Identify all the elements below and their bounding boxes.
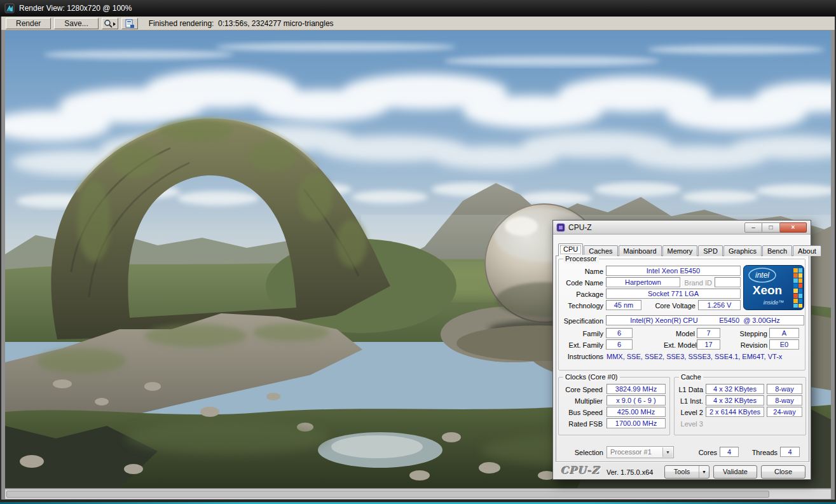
- cpuz-title: CPU-Z: [568, 223, 592, 232]
- bus-speed-label: Bus Speed: [557, 408, 603, 418]
- document-icon: [125, 19, 134, 28]
- badge-inside-text: inside™: [764, 299, 785, 306]
- level2-label: Level 2: [674, 408, 703, 418]
- toolbar: Render Save... Finished rendering: 0:13:…: [1, 17, 835, 31]
- threads-field: 4: [780, 447, 800, 457]
- tab-spd[interactable]: SPD: [698, 245, 723, 256]
- stepping-label: Stepping: [734, 329, 767, 339]
- selection-label: Selection: [558, 448, 603, 458]
- core-voltage-field: 1.256 V: [698, 300, 741, 310]
- family-field: 6: [606, 328, 633, 338]
- tools-button[interactable]: Tools ▼: [664, 465, 709, 479]
- instructions-label: Instructions: [558, 352, 603, 362]
- code-name-label: Code Name: [558, 278, 603, 288]
- specification-field: Intel(R) Xeon(R) CPU E5450 @ 3.00GHz: [606, 315, 804, 325]
- cpuz-window-controls: – □ ×: [744, 222, 807, 233]
- specification-label: Specification: [558, 317, 603, 326]
- technology-field: 45 nm: [606, 300, 641, 310]
- tab-about[interactable]: About: [793, 245, 821, 256]
- tab-cpu[interactable]: CPU: [558, 243, 583, 256]
- code-name-field: Harpertown: [606, 277, 680, 287]
- badge-intel-text: intel: [755, 271, 769, 280]
- cpuz-window: CPU-Z – □ × CPU Caches Mainboard Memory …: [552, 220, 811, 480]
- tab-graphics[interactable]: Graphics: [723, 245, 762, 256]
- family-label: Family: [558, 329, 603, 339]
- processor-select[interactable]: Processor #1 ▼: [606, 446, 674, 458]
- name-field: Intel Xeon E5450: [606, 266, 741, 276]
- instructions-value: MMX, SSE, SSE2, SSE3, SSSE3, SSE4.1, EM6…: [606, 352, 804, 362]
- cpuz-logo: CPU-Z: [561, 465, 600, 477]
- tab-mainboard[interactable]: Mainboard: [619, 245, 662, 256]
- brand-id-label: Brand ID: [679, 278, 712, 288]
- level3-label: Level 3: [674, 419, 703, 429]
- zoom-button[interactable]: [102, 18, 118, 29]
- rated-fsb-label: Rated FSB: [557, 419, 603, 429]
- revision-label: Revision: [735, 341, 767, 350]
- multiplier-label: Multiplier: [557, 397, 603, 406]
- l1-data-field: 4 x 32 KBytes: [706, 384, 764, 394]
- tools-dropdown-icon[interactable]: ▼: [699, 466, 709, 478]
- name-label: Name: [558, 267, 603, 276]
- footer-separator: [556, 461, 809, 463]
- l1-inst-label: L1 Inst.: [674, 397, 703, 406]
- technology-label: Technology: [558, 301, 603, 311]
- badge-mosaic: [793, 268, 802, 308]
- stepping-field: A: [769, 328, 799, 338]
- cpuz-maximize-button[interactable]: □: [762, 222, 780, 233]
- ext-family-label: Ext. Family: [558, 341, 603, 350]
- cpuz-minimize-button[interactable]: –: [744, 222, 762, 233]
- level2-field: 2 x 6144 KBytes: [706, 407, 764, 417]
- multiplier-field: x 9.0 ( 6 - 9 ): [606, 395, 666, 405]
- cores-field: 4: [720, 447, 739, 457]
- cores-label: Cores: [689, 448, 717, 458]
- core-speed-label: Core Speed: [557, 385, 603, 395]
- copy-image-button[interactable]: [121, 18, 138, 29]
- render-status: Finished rendering: 0:13:56s, 2324277 mi…: [149, 19, 334, 28]
- cache-group-label: Cache: [679, 373, 703, 381]
- render-button[interactable]: Render: [6, 18, 51, 29]
- tab-bench[interactable]: Bench: [762, 245, 792, 256]
- l1-data-label: L1 Data: [674, 385, 703, 395]
- cpuz-close-button[interactable]: ×: [780, 222, 807, 233]
- brand-id-field: [715, 277, 741, 287]
- validate-button[interactable]: Validate: [713, 465, 757, 479]
- horizontal-scrollbar[interactable]: [5, 489, 831, 499]
- badge-xeon-text: Xeon: [753, 283, 782, 297]
- l1-inst-field: 4 x 32 KBytes: [706, 395, 764, 405]
- ext-model-field: 17: [697, 339, 720, 350]
- bus-speed-field: 425.00 MHz: [606, 407, 666, 417]
- tools-button-label: Tools: [665, 466, 699, 478]
- tab-memory[interactable]: Memory: [662, 245, 698, 256]
- version-text: Ver. 1.75.0.x64: [606, 468, 653, 476]
- core-voltage-label: Core Voltage: [641, 301, 696, 311]
- core-speed-field: 3824.99 MHz: [606, 384, 666, 394]
- save-button[interactable]: Save...: [54, 18, 98, 29]
- intel-xeon-badge: intel Xeon inside™: [743, 265, 804, 310]
- magnifier-icon: [104, 19, 116, 28]
- ext-model-label: Ext. Model: [664, 341, 695, 350]
- model-label: Model: [666, 329, 695, 339]
- clocks-group-label: Clocks (Core #0): [563, 373, 620, 381]
- revision-field: E0: [769, 339, 799, 350]
- l1-inst-way-field: 8-way: [767, 395, 802, 405]
- processor-group-label: Processor: [563, 255, 599, 263]
- close-cpuz-button[interactable]: Close: [761, 465, 805, 479]
- threads-label: Threads: [745, 448, 778, 458]
- window-title: Render View: 1280x720 @ 100%: [19, 4, 132, 13]
- scrollbar-thumb[interactable]: [6, 491, 769, 498]
- l1-data-way-field: 8-way: [767, 384, 802, 394]
- package-label: Package: [558, 290, 603, 299]
- rated-fsb-field: 1700.00 MHz: [606, 418, 666, 428]
- ext-family-field: 6: [606, 339, 633, 350]
- chevron-down-icon[interactable]: ▼: [662, 447, 673, 457]
- app-icon: [4, 3, 15, 13]
- level2-way-field: 24-way: [767, 407, 802, 417]
- cpuz-app-icon: [556, 223, 565, 232]
- package-field: Socket 771 LGA: [606, 289, 741, 299]
- processor-select-value: Processor #1: [610, 448, 652, 456]
- titlebar: Render View: 1280x720 @ 100%: [0, 0, 836, 17]
- model-field: 7: [697, 328, 720, 338]
